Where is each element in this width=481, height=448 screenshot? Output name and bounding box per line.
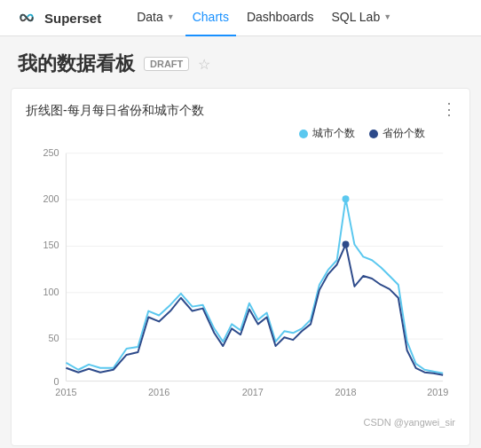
- svg-text:200: 200: [43, 193, 59, 204]
- nav-sqllab-label: SQL Lab: [331, 10, 380, 24]
- page-header: 我的数据看板 DRAFT ☆: [0, 36, 481, 88]
- nav-data-chevron: ▼: [167, 12, 175, 21]
- svg-text:50: 50: [48, 333, 59, 343]
- nav-item-data[interactable]: Data ▼: [130, 0, 182, 36]
- nav-item-dashboards[interactable]: Dashboards: [240, 0, 321, 36]
- city-line: [66, 199, 443, 373]
- page-title: 我的数据看板: [18, 51, 135, 77]
- chart-menu-icon[interactable]: ⋮: [441, 101, 457, 117]
- city-peak-dot: [343, 195, 350, 202]
- nav-links: Data ▼ Charts Dashboards SQL Lab ▼: [130, 0, 398, 36]
- svg-text:2017: 2017: [242, 387, 264, 397]
- logo-text: Superset: [44, 11, 101, 26]
- chart-area: 0 50 100 150 200 250 2015 2016 2017 2018…: [26, 130, 455, 431]
- province-peak-dot: [343, 241, 350, 248]
- watermark: CSDN @yangwei_sir: [364, 417, 455, 428]
- svg-text:2018: 2018: [335, 387, 356, 397]
- svg-text:2015: 2015: [55, 387, 76, 397]
- logo[interactable]: Superset: [14, 10, 101, 26]
- navbar: Superset Data ▼ Charts Dashboards SQL La…: [0, 0, 481, 36]
- nav-item-charts[interactable]: Charts: [185, 0, 236, 36]
- svg-text:100: 100: [43, 287, 59, 297]
- svg-text:150: 150: [43, 240, 59, 250]
- draft-badge: DRAFT: [144, 57, 189, 71]
- star-icon[interactable]: ☆: [198, 56, 210, 73]
- nav-item-sqllab[interactable]: SQL Lab ▼: [324, 0, 398, 36]
- chart-svg: 0 50 100 150 200 250 2015 2016 2017 2018…: [26, 130, 455, 431]
- svg-text:2019: 2019: [427, 387, 448, 397]
- nav-data-label: Data: [137, 10, 163, 24]
- svg-text:0: 0: [53, 376, 59, 387]
- chart-card: 折线图-每月每日省份和城市个数 ⋮ 城市个数 省份个数 0 50: [11, 88, 470, 446]
- nav-sqllab-chevron: ▼: [383, 12, 391, 21]
- svg-text:2016: 2016: [148, 387, 170, 397]
- chart-title: 折线图-每月每日省份和城市个数: [26, 103, 455, 119]
- nav-charts-label: Charts: [193, 10, 229, 24]
- logo-icon: [14, 10, 39, 26]
- nav-dashboards-label: Dashboards: [247, 10, 314, 24]
- svg-text:250: 250: [43, 147, 59, 158]
